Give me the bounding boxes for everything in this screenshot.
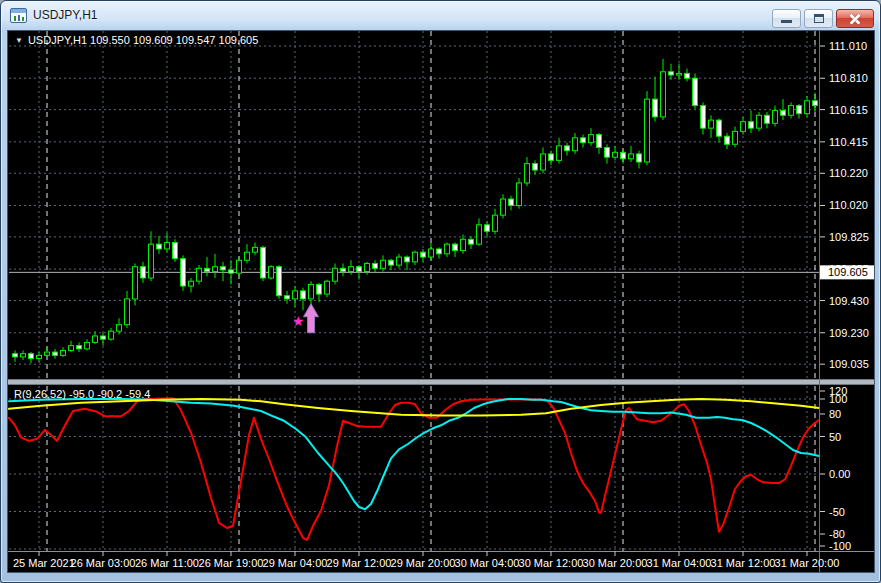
time-axis-label: 30 Mar 12:00 <box>519 557 584 569</box>
chart-window-icon <box>10 8 27 23</box>
candle-body <box>733 131 738 144</box>
candle-body <box>181 259 186 286</box>
minimize-icon <box>781 20 792 23</box>
chart-background <box>7 30 875 573</box>
time-axis-line <box>7 551 875 552</box>
price-axis-label: 110.020 <box>829 199 868 211</box>
candle-body <box>725 136 730 144</box>
close-icon <box>837 10 873 27</box>
candle-body <box>357 267 362 272</box>
candle-body <box>597 135 602 148</box>
candle-body <box>493 215 498 231</box>
candle-body <box>229 270 234 273</box>
candle-body <box>205 268 210 271</box>
time-axis-label: 26 Mar 03:00 <box>71 557 136 569</box>
candle-body <box>325 281 330 294</box>
close-button[interactable] <box>836 9 874 28</box>
candle-body <box>189 281 194 286</box>
window-title: USDJPY,H1 <box>33 1 97 29</box>
candle-body <box>85 342 90 348</box>
candle-body <box>237 260 242 273</box>
candle-body <box>445 244 450 254</box>
candle-body <box>93 336 98 342</box>
candle-body <box>173 243 178 259</box>
price-axis-label: 111.010 <box>829 40 867 52</box>
candle-body <box>69 346 74 351</box>
time-axis-label: 31 Mar 04:00 <box>647 557 712 569</box>
candle-body <box>453 244 458 250</box>
candle-body <box>349 267 354 272</box>
chart-canvas[interactable]: ★111.010110.810110.615110.415110.220110.… <box>7 30 875 573</box>
candle-body <box>245 252 250 260</box>
candle-body <box>341 268 346 271</box>
candle-body <box>53 352 58 355</box>
candle-body <box>621 152 626 158</box>
candle-body <box>277 267 282 296</box>
indicator-axis-label: -50 <box>829 506 845 518</box>
candle-body <box>749 122 754 128</box>
candle-body <box>253 247 258 252</box>
pane-divider-edge <box>7 379 875 380</box>
candle-body <box>741 122 746 132</box>
time-axis-label: 30 Mar 04:00 <box>455 557 520 569</box>
candle-body <box>773 110 778 123</box>
candle-body <box>645 99 650 162</box>
candle-body <box>149 244 154 278</box>
indicator-axis-label: 0.00 <box>829 468 850 480</box>
candle-body <box>389 260 394 265</box>
indicator-axis-label: -100 <box>829 540 851 552</box>
candle-body <box>381 260 386 268</box>
candle-body <box>413 252 418 262</box>
candle-body <box>661 72 666 117</box>
candle-body <box>653 99 658 117</box>
title-bar[interactable]: USDJPY,H1 <box>1 1 880 29</box>
candle-body <box>405 257 410 262</box>
price-axis-label: 109.825 <box>829 231 869 243</box>
candle-body <box>533 164 538 170</box>
candle-body <box>141 267 146 278</box>
time-axis-label: 29 Mar 04:00 <box>263 557 328 569</box>
candle-body <box>269 267 274 278</box>
candle-body <box>21 354 26 357</box>
candle-body <box>117 325 122 331</box>
candle-body <box>261 247 266 278</box>
candle-body <box>109 331 114 339</box>
indicator-axis-label: 80 <box>829 408 841 420</box>
price-axis-label: 110.615 <box>829 104 868 116</box>
candle-body <box>805 101 810 114</box>
candle-body <box>421 252 426 257</box>
candle-body <box>61 350 66 355</box>
candle-body <box>437 249 442 254</box>
candle-body <box>309 284 314 298</box>
candle-body <box>165 243 170 249</box>
candle-body <box>629 154 634 159</box>
price-axis-label: 110.220 <box>829 167 868 179</box>
candle-body <box>461 239 466 250</box>
candle-body <box>789 106 794 116</box>
price-axis-label: 110.810 <box>829 72 868 84</box>
candle-body <box>525 164 530 183</box>
minimize-button[interactable] <box>772 9 801 28</box>
time-axis-label: 29 Mar 12:00 <box>327 557 392 569</box>
candle-body <box>125 299 130 325</box>
candle-body <box>29 354 34 359</box>
candle-body <box>637 154 642 162</box>
indicator-axis-label: -80 <box>829 528 845 540</box>
mt4-chart-window: USDJPY,H1 ★111.010110.810110.615110.4151… <box>0 0 881 583</box>
time-axis-label: 29 Mar 20:00 <box>391 557 456 569</box>
price-axis-label: 110.415 <box>829 136 868 148</box>
candle-body <box>517 183 522 206</box>
candle-body <box>429 249 434 257</box>
candle-body <box>397 257 402 265</box>
candle-body <box>133 267 138 299</box>
restore-button[interactable] <box>804 9 833 28</box>
candle-body <box>541 154 546 170</box>
candle-body <box>589 135 594 143</box>
candle-body <box>581 138 586 143</box>
candle-body <box>693 78 698 105</box>
star-marker[interactable]: ★ <box>292 313 305 329</box>
candle-body <box>293 291 298 299</box>
time-axis-label: 25 Mar 2021 <box>13 557 75 569</box>
candle-body <box>605 147 610 157</box>
candle-body <box>477 225 482 244</box>
